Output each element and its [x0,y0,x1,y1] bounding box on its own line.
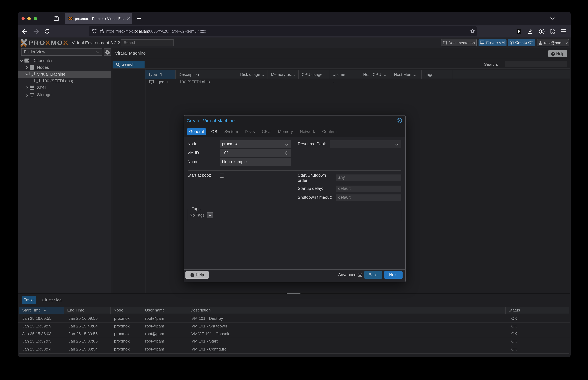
svg-text:?: ? [552,52,554,55]
svg-text:?: ? [191,274,193,277]
